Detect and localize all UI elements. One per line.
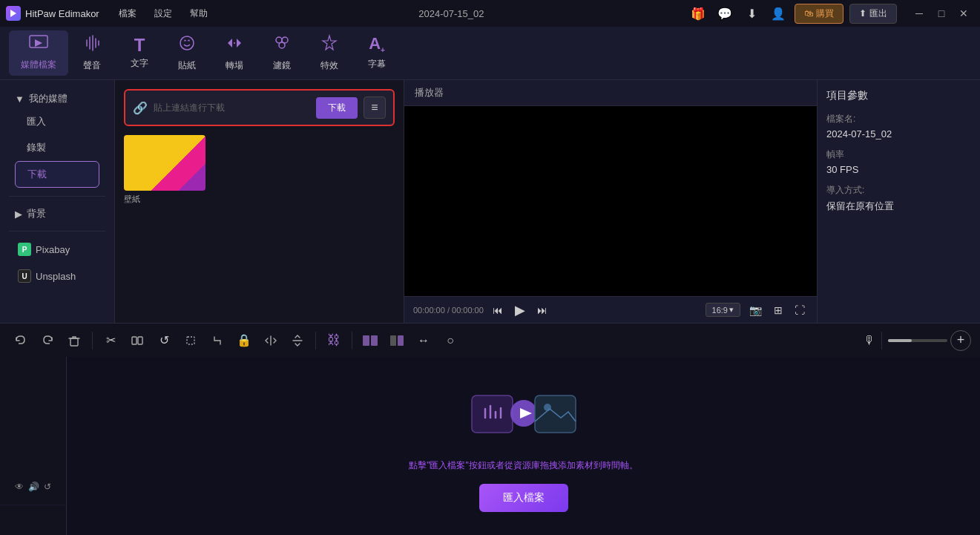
fullscreen-button[interactable]: ⛶ [792,303,808,318]
link-video-audio-button[interactable]: ⛓ [322,329,346,352]
ratio-value: 16:9 [712,306,728,315]
sticker-icon [178,34,196,56]
preview-panel: 播放器 00:00:00 / 00:00:00 ⏮ ▶ ⏭ 16:9 ▾ 📷 ⊞… [404,80,817,323]
flip-v-button[interactable] [286,329,309,352]
loop-button[interactable]: ↺ [152,329,176,352]
content-panel: 🔗 貼上連結進行下載 下載 ≡ 壁紙 [115,80,404,323]
timeline-empty-icon [464,381,583,447]
svg-rect-12 [390,335,396,346]
minimize-button[interactable]: ─ [909,3,930,24]
toolbar-text[interactable]: T 文字 [116,32,163,74]
import-media-button[interactable]: 匯入檔案 [479,484,568,512]
svg-rect-6 [70,338,78,346]
svg-rect-13 [398,335,404,346]
loop-track-icon: ↺ [44,482,51,492]
caption-icon: A+ [369,36,385,54]
export-button[interactable]: ⬆ 匯出 [849,4,897,24]
divider-2 [315,332,316,349]
clip-speed-button[interactable] [385,329,409,352]
download-button[interactable]: 下載 [316,97,358,119]
sidebar-my-media-section: ▼ 我的媒體 匯入 錄製 下載 [0,86,114,191]
prop-fps-label: 幀率 [826,148,971,161]
export-icon: ⬆ [859,8,866,19]
download-input[interactable]: 貼上連結進行下載 [154,102,310,114]
toolbar-transition[interactable]: 轉場 [211,30,258,76]
svg-rect-9 [187,337,194,344]
wallpaper-image [124,135,205,191]
zoom-slider[interactable] [888,339,947,342]
chevron-right-icon: ▶ [15,209,22,220]
sidebar-item-download[interactable]: 下載 [15,161,99,188]
toolbar-media[interactable]: 媒體檔案 [9,30,68,76]
play-button[interactable]: ▶ [512,301,528,320]
download-button[interactable]: ⬇ [741,3,762,24]
buy-button[interactable]: 🛍 購買 [795,4,843,24]
sidebar: ▼ 我的媒體 匯入 錄製 下載 ▶ 背景 P Pixabay U Unsplas… [0,80,115,323]
prev-frame-button[interactable]: ⏮ [490,303,506,318]
gift-button[interactable]: 🎁 [688,3,708,24]
toolbar-sticker[interactable]: 貼紙 [163,30,211,76]
menu-help[interactable]: 幫助 [182,4,215,23]
media-thumb-wallpaper [124,135,205,191]
split-view-button[interactable]: ⊞ [771,303,786,318]
crop-button[interactable] [179,329,203,352]
window-controls: ─ □ ✕ [909,3,974,24]
shrink-button[interactable] [205,329,229,352]
sidebar-background-header[interactable]: ▶ 背景 [9,204,105,223]
svg-rect-11 [371,335,378,346]
app-name: HitPaw Edimakor [25,8,99,19]
title-bar: HitPaw Edimakor 檔案 設定 幫助 2024-07-15_02 🎁… [0,0,980,27]
lock-button[interactable]: 🔒 [232,329,256,352]
properties-title: 項目參數 [826,89,971,102]
undo-button[interactable] [9,329,33,352]
transition-tool-button[interactable] [358,329,382,352]
maximize-button[interactable]: □ [931,3,952,24]
media-grid: 壁紙 [124,135,395,205]
toolbar-filter[interactable]: 濾鏡 [258,30,306,76]
title-center: 2024-07-15_02 [215,8,688,19]
delete-button[interactable] [62,329,86,352]
audio-detach-button[interactable]: ↔ [412,329,435,352]
link-icon: 🔗 [133,101,148,115]
sidebar-my-media-header[interactable]: ▼ 我的媒體 [9,89,105,108]
toolbar-effect[interactable]: 特效 [306,30,353,76]
add-track-button[interactable]: + [950,330,971,351]
download-bar: 🔗 貼上連結進行下載 下載 ≡ [124,89,395,126]
sidebar-item-pixabay[interactable]: P Pixabay [6,237,108,262]
cut-button[interactable]: ✂ [99,329,122,352]
close-button[interactable]: ✕ [953,3,974,24]
svg-rect-10 [363,335,369,346]
download-list-button[interactable]: ≡ [364,96,386,119]
zoom-out-button[interactable]: ○ [438,329,462,352]
volume-icon: 🎙 [864,334,875,347]
my-media-label: 我的媒體 [29,92,68,105]
user-button[interactable]: 👤 [768,3,789,24]
sidebar-item-unsplash[interactable]: U Unsplash [6,263,108,289]
toolbar-caption[interactable]: A+ 字幕 [353,31,401,74]
redo-button[interactable] [36,329,59,352]
chevron-down-icon: ▼ [15,93,24,105]
menu-settings[interactable]: 設定 [147,4,180,23]
ratio-button[interactable]: 16:9 ▾ [706,303,740,317]
download-placeholder: 貼上連結進行下載 [154,102,225,114]
svg-rect-7 [132,337,137,344]
menu-bar: 檔案 設定 幫助 [111,4,215,23]
toolbar-filter-label: 濾鏡 [273,59,291,72]
title-bar-actions: 🎁 💬 ⬇ 👤 🛍 購買 ⬆ 匯出 ─ □ ✕ [688,3,974,24]
menu-file[interactable]: 檔案 [111,4,144,23]
flip-h-button[interactable] [259,329,283,352]
sidebar-item-record[interactable]: 錄製 [15,135,99,160]
split-button[interactable] [125,329,149,352]
next-frame-button[interactable]: ⏭ [534,303,550,318]
prop-import-value: 保留在原有位置 [826,200,971,213]
timeline-content: 點擊"匯入檔案"按鈕或者從資源庫拖拽添加素材到時間軸。 匯入檔案 [67,357,980,535]
svg-point-17 [544,404,551,411]
audio-icon [83,34,101,56]
timeline-empty: 點擊"匯入檔案"按鈕或者從資源庫拖拽添加素材到時間軸。 匯入檔案 [67,357,980,535]
screenshot-button[interactable]: 📷 [746,303,765,318]
toolbar-audio[interactable]: 聲音 [68,30,116,76]
sidebar-item-import[interactable]: 匯入 [15,109,99,134]
track-label-1: 👁 🔊 ↺ [0,468,66,505]
media-item-wallpaper[interactable]: 壁紙 [124,135,205,205]
chat-button[interactable]: 💬 [714,3,735,24]
